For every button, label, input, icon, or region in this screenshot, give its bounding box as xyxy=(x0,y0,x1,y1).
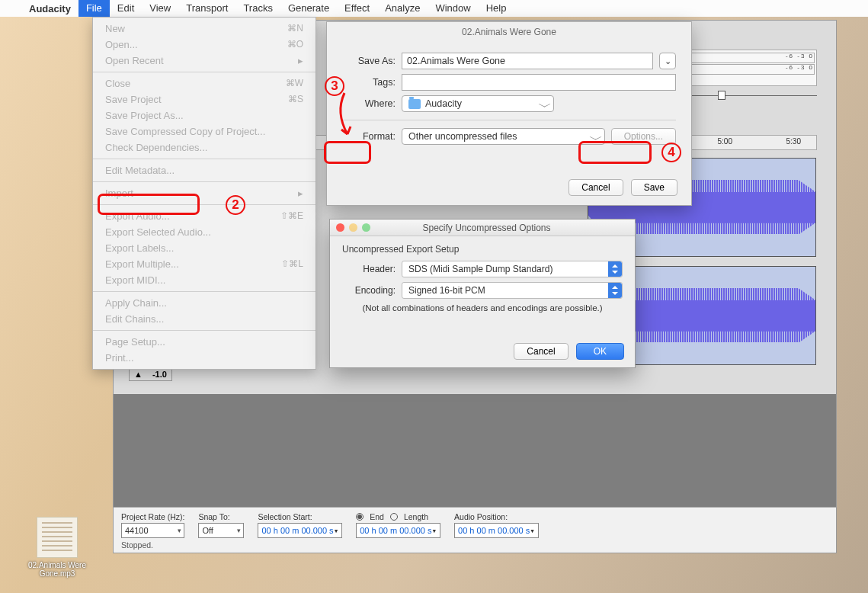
selection-start-label: Selection Start: xyxy=(258,512,342,521)
where-label: Where: xyxy=(342,98,396,109)
mi-open[interactable]: Open...⌘O xyxy=(93,37,315,53)
tags-label: Tags: xyxy=(342,77,396,88)
sheet-title: 02.Animals Were Gone xyxy=(327,22,691,42)
format-label: Format: xyxy=(342,131,396,142)
menu-edit[interactable]: Edit xyxy=(110,0,142,17)
menu-analyze[interactable]: Analyze xyxy=(377,0,428,17)
mi-open-recent[interactable]: Open Recent xyxy=(93,53,315,69)
menu-tracks[interactable]: Tracks xyxy=(235,0,280,17)
mi-export-selected[interactable]: Export Selected Audio... xyxy=(93,224,315,240)
mi-edit-chains[interactable]: Edit Chains... xyxy=(93,311,315,327)
end-label: End xyxy=(370,512,384,521)
desktop-file-name: 02.Animals Were Gone.mp3 xyxy=(26,561,88,578)
menubar: Audacity File Edit View Transport Tracks… xyxy=(0,0,868,17)
mi-save-project-as[interactable]: Save Project As... xyxy=(93,107,315,123)
tags-input[interactable] xyxy=(402,74,676,91)
scale-value: -1.0 xyxy=(152,370,167,379)
status-bar: Project Rate (Hz): 44100 Snap To: Off Se… xyxy=(114,507,836,553)
format-select[interactable]: Other uncompressed files xyxy=(402,128,605,145)
selection-end-field[interactable]: 00 h 00 m 00.000 s▾ xyxy=(356,523,440,538)
mi-new[interactable]: New⌘N xyxy=(93,21,315,37)
length-radio[interactable] xyxy=(390,513,398,521)
audio-position-field[interactable]: 00 h 00 m 00.000 s▾ xyxy=(454,523,539,538)
ruler-tick: 5:30 xyxy=(786,137,801,146)
menu-view[interactable]: View xyxy=(142,0,178,17)
mi-print[interactable]: Print... xyxy=(93,350,315,366)
status-text: Stopped. xyxy=(121,540,153,550)
options-note: (Not all combinations of headers and enc… xyxy=(342,303,623,313)
encoding-select[interactable]: Signed 16-bit PCM xyxy=(402,282,623,299)
mi-close[interactable]: Close⌘W xyxy=(93,75,315,91)
options-ok-button[interactable]: OK xyxy=(576,343,624,360)
menu-generate[interactable]: Generate xyxy=(280,0,337,17)
length-label: Length xyxy=(404,512,428,521)
close-icon[interactable] xyxy=(336,223,344,232)
end-radio[interactable] xyxy=(356,513,364,521)
project-rate-label: Project Rate (Hz): xyxy=(121,512,184,521)
snap-select[interactable]: Off xyxy=(198,523,244,538)
history-button[interactable]: ⌄ xyxy=(659,53,676,69)
mi-export-labels[interactable]: Export Labels... xyxy=(93,240,315,256)
file-icon xyxy=(37,517,78,558)
mi-check-deps[interactable]: Check Dependencies... xyxy=(93,139,315,155)
zoom-icon xyxy=(362,223,370,232)
minimize-icon xyxy=(349,223,357,232)
level-meters: -6 -3 0 -6 -3 0 xyxy=(680,50,817,86)
file-menu-dropdown: New⌘N Open...⌘O Open Recent Close⌘W Save… xyxy=(92,17,316,370)
menu-file[interactable]: File xyxy=(78,0,110,17)
where-select[interactable]: Audacity xyxy=(402,95,554,112)
menu-transport[interactable]: Transport xyxy=(178,0,235,17)
meter-ticks: -6 -3 0 xyxy=(786,64,814,71)
folder-icon xyxy=(408,99,421,109)
snap-group: Snap To: Off xyxy=(198,512,244,538)
encoding-label: Encoding: xyxy=(342,285,396,296)
mi-save-compressed[interactable]: Save Compressed Copy of Project... xyxy=(93,123,315,139)
options-subtitle: Uncompressed Export Setup xyxy=(342,244,623,255)
header-select[interactable]: SDS (Midi Sample Dump Standard) xyxy=(402,261,623,277)
menu-window[interactable]: Window xyxy=(428,0,478,17)
audio-position-label: Audio Position: xyxy=(454,512,539,521)
mi-page-setup[interactable]: Page Setup... xyxy=(93,334,315,350)
selection-start-field[interactable]: 00 h 00 m 00.000 s▾ xyxy=(258,523,342,538)
menu-help[interactable]: Help xyxy=(479,0,514,17)
audio-position-group: Audio Position: 00 h 00 m 00.000 s▾ xyxy=(454,512,539,538)
mi-export-audio[interactable]: Export Audio...⇧⌘E xyxy=(93,208,315,224)
mi-export-midi[interactable]: Export MIDI... xyxy=(93,272,315,288)
meter-ticks: -6 -3 0 xyxy=(786,53,814,59)
ruler-tick: 5:00 xyxy=(718,137,732,146)
uncompressed-options-dialog: Specify Uncompressed Options Uncompresse… xyxy=(329,219,636,368)
mi-save-project[interactable]: Save Project⌘S xyxy=(93,91,315,107)
mi-export-multiple[interactable]: Export Multiple...⇧⌘L xyxy=(93,256,315,272)
save-as-label: Save As: xyxy=(342,56,396,66)
gain-slider[interactable] xyxy=(680,89,817,103)
collapse-icon[interactable]: ▲ xyxy=(134,370,143,379)
sheet-cancel-button[interactable]: Cancel xyxy=(569,179,623,196)
sheet-save-button[interactable]: Save xyxy=(631,179,677,196)
selection-group: Selection Start: 00 h 00 m 00.000 s▾ xyxy=(258,512,342,538)
desktop-file[interactable]: 02.Animals Were Gone.mp3 xyxy=(26,517,88,578)
mi-import[interactable]: Import xyxy=(93,185,315,201)
options-title: Specify Uncompressed Options xyxy=(376,223,597,233)
project-rate-select[interactable]: 44100 xyxy=(121,523,184,538)
project-rate-group: Project Rate (Hz): 44100 xyxy=(121,512,184,538)
save-as-input[interactable]: 02.Animals Were Gone xyxy=(402,53,653,69)
export-sheet: 02.Animals Were Gone Save As: 02.Animals… xyxy=(326,21,692,206)
end-length-group: End Length 00 h 00 m 00.000 s▾ xyxy=(356,512,440,538)
mi-edit-metadata[interactable]: Edit Metadata... xyxy=(93,162,315,178)
options-cancel-button[interactable]: Cancel xyxy=(514,343,568,360)
options-button[interactable]: Options... xyxy=(611,128,676,145)
menu-effect[interactable]: Effect xyxy=(337,0,377,17)
mi-apply-chain[interactable]: Apply Chain... xyxy=(93,295,315,311)
menubar-app[interactable]: Audacity xyxy=(21,3,78,14)
header-label: Header: xyxy=(342,264,396,274)
snap-label: Snap To: xyxy=(198,512,244,521)
